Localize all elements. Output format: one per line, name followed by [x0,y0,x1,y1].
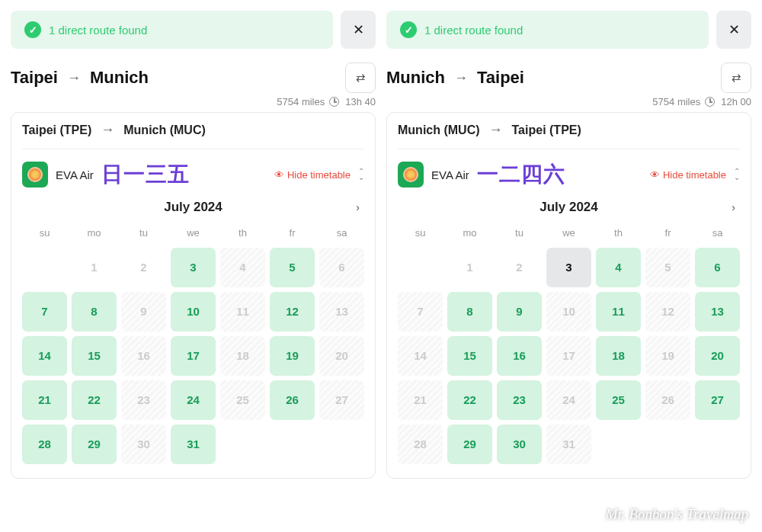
calendar-day: 1 [447,248,492,287]
calendar-day[interactable]: 31 [171,425,216,464]
calendar-day: 16 [121,336,166,376]
calendar-day[interactable]: 22 [72,380,117,420]
calendar-day: 27 [319,380,364,420]
calendar-day[interactable]: 19 [270,336,315,376]
weekday-label: th [220,224,265,242]
calendar-day: 21 [398,380,443,420]
calendar-day[interactable]: 8 [72,292,117,332]
calendar-day[interactable]: 15 [72,336,117,376]
calendar-grid: 1234567891011121314151617181920212223242… [22,248,364,464]
dest-city: Munich [90,68,149,88]
alert-text: 1 direct route found [424,24,523,37]
calendar-day[interactable]: 9 [497,292,542,332]
calendar-day[interactable]: 3 [546,248,591,287]
duration-value: 12h 00 [721,96,751,107]
calendar-day: 25 [220,380,265,420]
swap-route-button[interactable]: ⇄ [721,62,751,93]
next-month-button[interactable]: › [344,201,360,213]
calendar-day: 2 [497,248,542,287]
calendar-day[interactable]: 14 [22,336,67,376]
calendar-day[interactable]: 18 [596,336,641,376]
calendar-day[interactable]: 27 [695,380,740,420]
swap-icon: ⇄ [356,71,366,85]
airline-logo [22,162,48,187]
calendar-day[interactable]: 15 [447,336,492,376]
weekday-label: su [22,224,67,242]
weekday-label: sa [695,224,740,242]
calendar-day: 28 [398,425,443,464]
airline-row: EVA Air 一二四六 👁 Hide timetable ⌃⌄ [398,160,740,189]
expand-toggle[interactable]: ⌃⌄ [358,168,364,181]
calendar-day[interactable]: 16 [497,336,542,376]
month-header: July 2024 › [22,200,364,224]
next-month-button[interactable]: › [720,201,735,213]
calendar-day: 24 [546,380,591,420]
calendar-day[interactable]: 21 [22,380,67,420]
check-icon: ✓ [400,21,417,38]
calendar-day[interactable]: 25 [596,380,641,420]
calendar-day[interactable]: 26 [270,380,315,420]
calendar-day[interactable]: 28 [22,425,67,464]
calendar-day[interactable]: 17 [171,336,216,376]
weekday-label: tu [121,224,166,242]
calendar-day[interactable]: 23 [497,380,542,420]
calendar-day[interactable]: 29 [447,425,492,464]
route-title: Munich → Taipei [386,68,524,88]
calendar-day[interactable]: 10 [171,292,216,332]
airline-name: EVA Air [56,168,94,181]
close-icon: ✕ [353,21,364,38]
calendar-day[interactable]: 13 [695,292,740,332]
dest-city: Taipei [477,68,524,88]
calendar-day: 14 [398,336,443,376]
calendar-day[interactable]: 12 [270,292,315,332]
hide-timetable-button[interactable]: 👁 Hide timetable [274,169,351,181]
calendar-day[interactable]: 29 [72,425,117,464]
route-found-alert: ✓ 1 direct route found [11,11,333,49]
calendar-day[interactable]: 8 [447,292,492,332]
calendar-day: 9 [121,292,166,332]
calendar-day[interactable]: 11 [596,292,641,332]
airline-name: EVA Air [431,168,469,181]
calendar-day[interactable]: 3 [171,248,216,287]
calendar-day: 30 [121,425,166,464]
origin-city: Taipei [11,68,58,88]
dest-airport: Taipei (TPE) [512,123,581,137]
miles-value: 5754 miles [652,96,700,107]
close-button[interactable]: ✕ [341,11,376,49]
calendar-day: 2 [121,248,166,287]
route-title: Taipei → Munich [11,68,149,88]
calendar-day: 31 [546,425,591,464]
dest-airport: Munich (MUC) [123,123,206,137]
calendar-day: 7 [398,292,443,332]
days-annotation: 日一三五 [101,160,190,189]
weekday-label: mo [447,224,492,242]
expand-toggle[interactable]: ⌃⌄ [734,168,740,181]
calendar-day[interactable]: 20 [695,336,740,376]
calendar-day: 4 [220,248,265,287]
miles-value: 5754 miles [277,96,325,107]
calendar-day[interactable]: 4 [596,248,641,287]
calendar-day: 20 [319,336,364,376]
calendar-day: 19 [645,336,690,376]
calendar-day[interactable]: 22 [447,380,492,420]
calendar-day[interactable]: 7 [22,292,67,332]
calendar-day: 11 [220,292,265,332]
calendar-day: 13 [319,292,364,332]
calendar-day: 10 [546,292,591,332]
airline-logo [398,162,424,187]
swap-route-button[interactable]: ⇄ [345,62,376,93]
calendar-day[interactable]: 30 [497,425,542,464]
weekday-row: sumotuwethfrsa [398,224,740,242]
weekday-label: su [398,224,443,242]
calendar-day[interactable]: 24 [171,380,216,420]
close-icon: ✕ [728,21,740,38]
flight-panel: ✓ 1 direct route found ✕ Munich → Taipei… [386,11,751,521]
calendar-day[interactable]: 6 [695,248,740,287]
timetable-card: Munich (MUC) → Taipei (TPE) EVA Air 一二四六… [386,112,751,479]
days-annotation: 一二四六 [477,160,565,189]
close-button[interactable]: ✕ [716,11,751,49]
hide-timetable-button[interactable]: 👁 Hide timetable [650,169,726,181]
calendar-day: 18 [220,336,265,376]
month-label: July 2024 [418,200,720,215]
calendar-day[interactable]: 5 [270,248,315,287]
